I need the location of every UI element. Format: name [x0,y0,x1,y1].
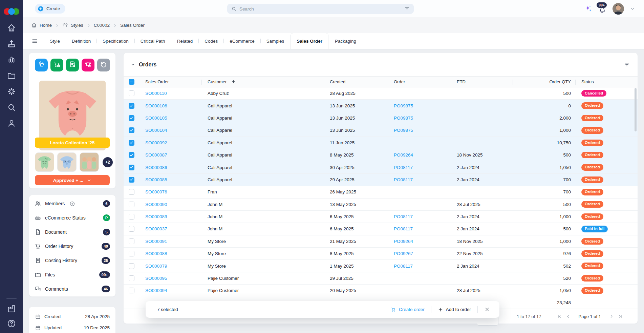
tab-critical-path[interactable]: Critical Path [135,33,171,49]
purchase-order-link[interactable]: PO08117 [394,214,413,219]
row-checkbox[interactable] [129,140,134,146]
extra-images-badge[interactable]: +2 [103,157,113,167]
purchase-order-link[interactable]: PO09875 [394,103,413,108]
column-header-status[interactable]: Status [575,77,638,87]
section-item-ecommerce-status[interactable]: eCommerce StatusP [35,211,110,225]
sales-order-link[interactable]: SO000089 [145,214,167,219]
workflow-status-button[interactable]: Approved + ... [35,175,110,185]
remove-style-button[interactable] [82,59,94,71]
account-chevron-icon[interactable] [630,6,635,12]
nav-folder-icon[interactable] [7,71,16,80]
sales-order-link[interactable]: SO000092 [145,140,167,145]
next-page-icon[interactable] [607,312,616,321]
purchase-order-link[interactable]: PO09267 [394,251,413,256]
sales-order-link[interactable]: SO000094 [145,288,167,293]
breadcrumb-item[interactable]: Home [31,22,52,28]
last-page-icon[interactable] [616,312,625,321]
tab-packaging[interactable]: Packaging [329,33,362,49]
thumbnail-babies-photo[interactable] [80,152,99,172]
sales-order-link[interactable]: SO000086 [145,165,167,170]
column-header-sales-order[interactable]: Sales Order [139,77,201,87]
purchase-order-link[interactable]: PO09875 [394,128,413,133]
thumbnail-green-onesie[interactable] [35,152,54,172]
history-button[interactable] [97,59,110,71]
nav-chart-icon[interactable] [7,55,16,64]
nav-help-icon[interactable] [7,319,16,328]
nav-gear-icon[interactable] [7,87,16,96]
thumbnail-blue-onesie[interactable] [57,152,77,172]
row-checkbox[interactable] [129,238,134,244]
nav-search-icon[interactable] [7,103,16,112]
sales-order-link[interactable]: SO000091 [145,239,167,244]
tab-ecommerce[interactable]: eCommerce [224,33,260,49]
sales-order-link[interactable]: SO000087 [145,152,167,158]
table-scrollbar[interactable] [635,88,637,131]
app-logo[interactable] [4,7,19,16]
row-checkbox[interactable] [129,275,134,281]
tab-specification[interactable]: Specification [97,33,134,49]
row-checkbox[interactable] [129,152,134,158]
add-to-order-button[interactable]: Add to order [438,307,471,312]
purchase-order-link[interactable]: PO09264 [394,239,413,244]
section-item-order-history[interactable]: Order History40 [35,239,110,253]
section-item-costing-history[interactable]: Costing History25 [35,253,110,268]
purchase-order-link[interactable]: PO09875 [394,116,413,121]
table-filter-icon[interactable] [624,61,630,68]
purchase-order-link[interactable]: PO08117 [394,226,413,231]
purchase-order-link[interactable]: PO08117 [394,177,413,182]
sales-order-link[interactable]: SO000090 [145,202,167,207]
nav-person-icon[interactable] [7,119,16,128]
sales-order-link[interactable]: SO000105 [145,116,167,121]
ai-sparkle-icon[interactable] [584,5,592,13]
sales-order-link[interactable]: SO000079 [145,264,167,269]
nav-home-icon[interactable] [7,23,16,33]
purchase-order-link[interactable]: PO08117 [394,165,413,170]
row-checkbox[interactable] [129,288,134,293]
styles-button[interactable] [35,59,48,71]
add-member-icon[interactable] [69,201,75,207]
row-checkbox[interactable] [129,177,134,183]
search-input[interactable] [239,6,402,12]
collapse-chevron-icon[interactable] [130,62,135,67]
close-icon[interactable] [484,307,490,312]
sales-order-link[interactable]: SO000088 [145,251,167,256]
select-all-checkbox[interactable] [129,79,134,85]
row-checkbox[interactable] [129,226,134,232]
row-checkbox[interactable] [129,127,134,133]
create-order-button[interactable]: Create order [391,307,425,312]
sales-order-link[interactable]: SO000095 [145,276,167,281]
row-checkbox[interactable] [129,189,134,195]
row-checkbox[interactable] [129,90,134,96]
sales-order-link[interactable]: SO000085 [145,177,167,182]
sales-order-link[interactable]: SO000110 [145,91,167,96]
column-header-order[interactable]: Order [388,77,451,87]
row-checkbox[interactable] [129,263,134,269]
tab-definition[interactable]: Definition [66,33,96,49]
sales-order-link[interactable]: SO000106 [145,103,167,108]
row-checkbox[interactable] [129,202,134,207]
sales-order-link[interactable]: SO000037 [145,226,167,231]
breadcrumb-item[interactable]: C00002 [94,23,110,28]
row-checkbox[interactable] [129,165,134,170]
column-header-customer[interactable]: Customer [201,77,324,87]
first-page-icon[interactable] [555,312,564,321]
row-checkbox[interactable] [129,115,134,121]
purchase-order-link[interactable]: PO08117 [394,264,413,269]
tab-style[interactable]: Style [44,33,66,49]
nav-factory-icon[interactable] [7,304,16,313]
tab-related[interactable]: Related [171,33,199,49]
purchase-order-link[interactable]: PO09264 [394,152,413,158]
nav-upload-icon[interactable] [7,39,16,48]
tab-codes[interactable]: Codes [199,33,223,49]
column-header-created[interactable]: Created [324,77,388,87]
column-header-order-qty[interactable]: Order QTY [513,77,575,87]
tab-samples[interactable]: Samples [261,33,290,49]
row-checkbox[interactable] [129,214,134,220]
breadcrumb-item[interactable]: Sales Order [120,23,145,28]
breadcrumb-item[interactable]: Styles [62,22,83,28]
add-to-cart-button[interactable] [50,59,63,71]
create-button[interactable]: Create [35,4,65,14]
tab-sales-order[interactable]: Sales Order [291,33,328,49]
sales-order-link[interactable]: SO000076 [145,189,167,194]
section-item-members[interactable]: Members6 [35,196,110,211]
